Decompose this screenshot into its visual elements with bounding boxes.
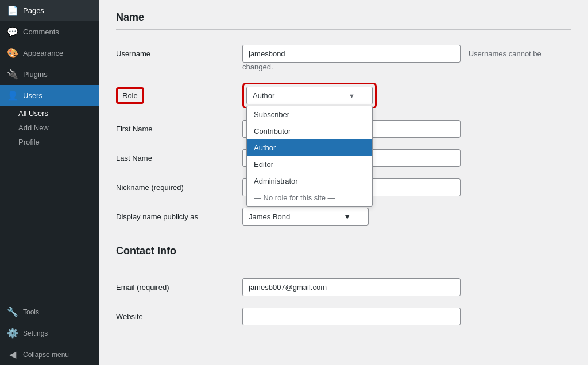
sidebar-item-settings-label: Settings [23,329,48,337]
username-input[interactable] [242,45,461,63]
sidebar-item-pages[interactable]: 📄 Pages [0,0,99,21]
display-name-select[interactable]: James Bond ▼ [242,208,369,226]
sidebar-item-tools[interactable]: 🔧 Tools [0,301,99,323]
email-cell [242,273,571,302]
role-option-contributor[interactable]: Contributor [247,123,372,139]
role-select[interactable]: Author ▼ [246,87,373,104]
email-row: Email (required) [116,273,571,302]
users-submenu: All Users Add New Profile [0,106,99,149]
display-name-label: Display name publicly as [116,202,242,231]
sidebar-bottom: 🔧 Tools ⚙️ Settings ◀ Collapse menu [0,301,99,365]
comments-icon: 💬 [7,26,18,37]
sidebar-item-collapse-label: Collapse menu [23,351,69,359]
username-row: Username Usernames cannot be changed. [116,39,571,77]
sidebar-item-profile[interactable]: Profile [0,135,99,149]
sidebar-item-add-new[interactable]: Add New [0,121,99,135]
sidebar-item-appearance[interactable]: 🎨 Appearance [0,42,99,64]
appearance-icon: 🎨 [7,48,18,59]
sidebar: 📄 Pages 💬 Comments 🎨 Appearance 🔌 Plugin… [0,0,99,365]
sidebar-item-comments[interactable]: 💬 Comments [0,21,99,42]
sidebar-item-users[interactable]: 👤 Users [0,85,99,106]
nickname-label: Nickname (required) [116,173,242,202]
last-name-label: Last Name [116,143,242,173]
sidebar-item-plugins[interactable]: 🔌 Plugins [0,64,99,85]
email-input[interactable] [242,278,461,296]
username-label: Username [116,39,242,77]
sidebar-item-all-users[interactable]: All Users [0,106,99,121]
display-chevron-icon: ▼ [343,212,351,221]
contact-section-title: Contact Info [116,245,571,263]
username-cell: Usernames cannot be changed. [242,39,571,77]
website-label: Website [116,302,242,331]
role-selected-value: Author [253,91,274,100]
main-content: Name Username Usernames cannot be change… [99,0,588,365]
plugins-icon: 🔌 [7,69,18,80]
form-table: Username Usernames cannot be changed. Ro… [116,39,571,231]
sidebar-item-settings[interactable]: ⚙️ Settings [0,323,99,344]
sidebar-item-collapse[interactable]: ◀ Collapse menu [0,344,99,365]
sidebar-item-appearance-label: Appearance [23,49,63,57]
sidebar-item-pages-label: Pages [23,6,44,15]
role-outline: Author ▼ Subscriber Contributor Author E… [242,83,377,108]
website-cell [242,302,571,331]
tools-icon: 🔧 [7,306,18,317]
pages-icon: 📄 [7,5,18,16]
role-option-no-role[interactable]: — No role for this site — [247,189,372,206]
sidebar-item-comments-label: Comments [23,28,59,36]
role-label-cell: Role [116,77,242,114]
name-section-title: Name [116,11,571,30]
role-cell: Author ▼ Subscriber Contributor Author E… [242,77,571,114]
role-option-administrator[interactable]: Administrator [247,173,372,189]
role-option-editor[interactable]: Editor [247,156,372,173]
chevron-down-icon: ▼ [349,92,355,99]
role-select-wrapper: Author ▼ Subscriber Contributor Author E… [246,87,373,104]
role-row: Role Author ▼ Subscriber Contributor [116,77,571,114]
email-label: Email (required) [116,273,242,302]
settings-icon: ⚙️ [7,328,18,339]
sidebar-item-plugins-label: Plugins [23,70,48,79]
users-arrow [94,91,99,100]
role-option-subscriber[interactable]: Subscriber [247,106,372,123]
first-name-label: First Name [116,114,242,143]
contact-form-table: Email (required) Website [116,273,571,331]
users-icon: 👤 [7,90,18,101]
display-name-value: James Bond [249,212,290,221]
website-row: Website [116,302,571,331]
sidebar-item-tools-label: Tools [23,308,39,316]
role-option-author[interactable]: Author [247,139,372,156]
website-input[interactable] [242,308,461,325]
sidebar-item-users-label: Users [23,91,42,100]
role-dropdown: Subscriber Contributor Author Editor Adm… [246,106,373,207]
collapse-icon: ◀ [7,349,18,360]
role-label: Role [116,87,144,104]
